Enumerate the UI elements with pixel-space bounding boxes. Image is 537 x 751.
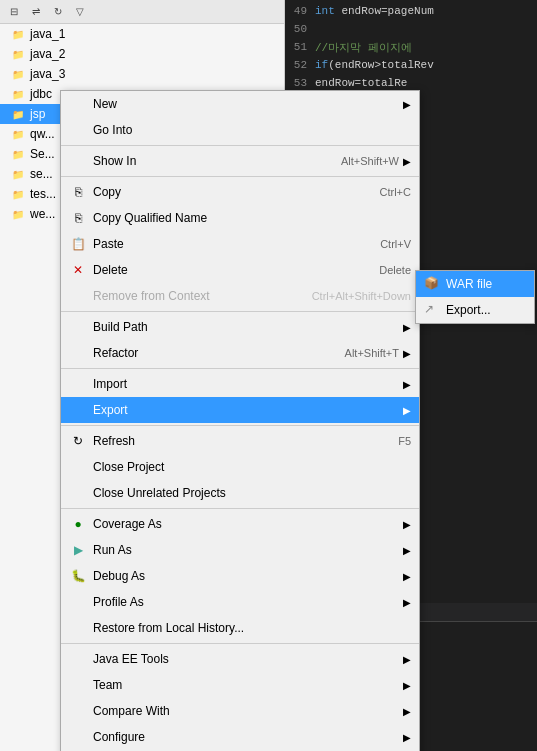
restore-icon: [69, 619, 87, 637]
debug-icon: 🐛: [69, 567, 87, 585]
team-icon: [69, 676, 87, 694]
link-btn[interactable]: ⇌: [26, 2, 46, 22]
menu-item-compare-with[interactable]: Compare With ▶: [61, 698, 419, 724]
export-submenu: 📦 WAR file ↗ Export...: [415, 270, 535, 324]
collapse-btn[interactable]: ⊟: [4, 2, 24, 22]
menu-item-javaee-tools[interactable]: Java EE Tools ▶: [61, 646, 419, 672]
separator-2: [61, 176, 419, 177]
close-project-icon: [69, 458, 87, 476]
close-unrelated-icon: [69, 484, 87, 502]
menu-item-import[interactable]: Import ▶: [61, 371, 419, 397]
menu-item-refresh[interactable]: ↻ Refresh F5: [61, 428, 419, 454]
separator-7: [61, 643, 419, 644]
menu-item-go-into[interactable]: Go Into: [61, 117, 419, 143]
new-icon: [69, 95, 87, 113]
refresh-icon: ↻: [69, 432, 87, 450]
profile-as-icon: [69, 593, 87, 611]
export-arrow-icon: ↗: [424, 302, 440, 318]
menu-item-new[interactable]: New ▶: [61, 91, 419, 117]
menu-item-export[interactable]: Export ▶: [61, 397, 419, 423]
menu-item-team[interactable]: Team ▶: [61, 672, 419, 698]
menu-item-restore-history[interactable]: Restore from Local History...: [61, 615, 419, 641]
compare-icon: [69, 702, 87, 720]
separator-3: [61, 311, 419, 312]
menu-item-debug-as[interactable]: 🐛 Debug As ▶: [61, 563, 419, 589]
copy-qualified-icon: ⎘: [69, 209, 87, 227]
folder-icon: 📁: [10, 186, 26, 202]
sync-btn[interactable]: ↻: [48, 2, 68, 22]
tree-item-java3[interactable]: 📁 java_3: [0, 64, 284, 84]
context-menu: New ▶ Go Into Show In Alt+Shift+W ▶ ⎘ Co…: [60, 90, 420, 751]
export-icon: [69, 401, 87, 419]
menu-item-close-unrelated[interactable]: Close Unrelated Projects: [61, 480, 419, 506]
java-icon: 📁: [10, 66, 26, 82]
menu-item-build-path[interactable]: Build Path ▶: [61, 314, 419, 340]
show-in-icon: [69, 152, 87, 170]
build-path-icon: [69, 318, 87, 336]
war-icon: 📦: [424, 276, 440, 292]
menu-item-paste[interactable]: 📋 Paste Ctrl+V: [61, 231, 419, 257]
java-icon: 📁: [10, 26, 26, 42]
javaee-icon: [69, 650, 87, 668]
run-icon: ▶: [69, 541, 87, 559]
configure-icon: [69, 728, 87, 746]
submenu-item-export[interactable]: ↗ Export...: [416, 297, 534, 323]
coverage-icon: ●: [69, 515, 87, 533]
separator-5: [61, 425, 419, 426]
menu-item-close-project[interactable]: Close Project: [61, 454, 419, 480]
folder-icon: 📁: [10, 146, 26, 162]
menu-item-copy-qualified[interactable]: ⎘ Copy Qualified Name: [61, 205, 419, 231]
copy-icon: ⎘: [69, 183, 87, 201]
separator-4: [61, 368, 419, 369]
import-icon: [69, 375, 87, 393]
separator-1: [61, 145, 419, 146]
remove-icon: [69, 287, 87, 305]
refactor-icon: [69, 344, 87, 362]
menu-item-run-as[interactable]: ▶ Run As ▶: [61, 537, 419, 563]
menu-item-delete[interactable]: ✕ Delete Delete: [61, 257, 419, 283]
java-icon: 📁: [10, 86, 26, 102]
separator-6: [61, 508, 419, 509]
paste-icon: 📋: [69, 235, 87, 253]
tree-item-java1[interactable]: 📁 java_1: [0, 24, 284, 44]
menu-item-show-in[interactable]: Show In Alt+Shift+W ▶: [61, 148, 419, 174]
menu-item-remove-context[interactable]: Remove from Context Ctrl+Alt+Shift+Down: [61, 283, 419, 309]
menu-item-refactor[interactable]: Refactor Alt+Shift+T ▶: [61, 340, 419, 366]
sidebar-toolbar: ⊟ ⇌ ↻ ▽: [0, 0, 284, 24]
go-into-icon: [69, 121, 87, 139]
menu-item-profile-as[interactable]: Profile As ▶: [61, 589, 419, 615]
java-icon: 📁: [10, 46, 26, 62]
submenu-item-war-file[interactable]: 📦 WAR file: [416, 271, 534, 297]
menu-item-copy[interactable]: ⎘ Copy Ctrl+C: [61, 179, 419, 205]
jsp-icon: 📁: [10, 106, 26, 122]
menu-btn[interactable]: ▽: [70, 2, 90, 22]
menu-item-coverage-as[interactable]: ● Coverage As ▶: [61, 511, 419, 537]
folder-icon: 📁: [10, 166, 26, 182]
folder-icon: 📁: [10, 126, 26, 142]
delete-icon: ✕: [69, 261, 87, 279]
menu-item-configure[interactable]: Configure ▶: [61, 724, 419, 750]
tree-item-java2[interactable]: 📁 java_2: [0, 44, 284, 64]
folder-icon: 📁: [10, 206, 26, 222]
